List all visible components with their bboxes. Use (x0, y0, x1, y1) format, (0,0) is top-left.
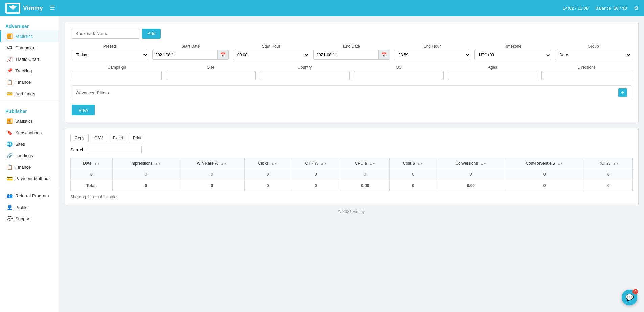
advertiser-section-label: Advertiser (0, 20, 59, 30)
end-date-wrap: 📅 (313, 50, 390, 60)
col-conversions-label: Conversions (455, 161, 478, 166)
table-total-row: Total: 0 0 0 0 0.00 0 0.00 0 0 (71, 180, 633, 191)
print-button[interactable]: Print (129, 134, 146, 142)
sidebar-item-tracking[interactable]: 📌 Tracking (0, 65, 59, 76)
sidebar-item-finance-pub[interactable]: 📋 Finance (0, 161, 59, 173)
cell-cost: 0 (389, 169, 437, 180)
finance-pub-icon: 📋 (6, 164, 13, 170)
sidebar-item-landings[interactable]: 🔗 Landings (0, 150, 59, 161)
advanced-filters-plus-button[interactable]: + (618, 88, 627, 97)
sidebar-item-profile[interactable]: 👤 Profile (0, 201, 59, 213)
campaign-filters-row: Campaign Site Country OS Ages (72, 65, 631, 80)
end-date-group: End Date 📅 (313, 44, 390, 60)
total-ctr: 0 (291, 180, 341, 191)
directions-group: Directions (541, 65, 631, 80)
traffic-chart-icon: 📈 (6, 56, 13, 62)
ages-input[interactable] (448, 71, 538, 80)
col-win-rate[interactable]: Win Rate % ▲▼ (179, 158, 245, 169)
sidebar-item-traffic-chart[interactable]: 📈 Traffic Chart (0, 53, 59, 65)
sites-icon: 🌐 (6, 141, 13, 147)
referral-icon: 👥 (6, 193, 13, 198)
advanced-filters-bar[interactable]: Advanced Filters + (72, 85, 631, 100)
logo-box (5, 3, 20, 14)
ages-label: Ages (448, 65, 538, 70)
add-bookmark-button[interactable]: Add (142, 29, 161, 39)
sidebar-item-add-funds[interactable]: 💳 Add funds (0, 88, 59, 99)
col-conv-revenue[interactable]: ConvRevenue $ ▲▼ (505, 158, 584, 169)
subscriptions-icon: 🔖 (6, 130, 13, 135)
timezone-label: Timezone (474, 44, 551, 49)
sort-icons-cost: ▲▼ (417, 162, 423, 165)
site-group: Site (166, 65, 256, 80)
col-impressions[interactable]: Impressions ▲▼ (113, 158, 179, 169)
search-label: Search: (70, 147, 86, 152)
end-date-calendar-icon[interactable]: 📅 (378, 50, 390, 59)
sidebar-item-finance-adv[interactable]: 📋 Finance (0, 76, 59, 88)
col-ctr[interactable]: CTR % ▲▼ (291, 158, 341, 169)
bookmark-name-input[interactable] (72, 29, 139, 39)
excel-button[interactable]: Excel (109, 134, 127, 142)
app-body: Advertiser 📶 Statistics 🏷 Campaigns 📈 Tr… (0, 16, 644, 312)
campaign-input[interactable] (72, 71, 162, 80)
end-date-input[interactable] (314, 51, 378, 59)
bookmark-row: Add (72, 29, 631, 39)
copy-button[interactable]: Copy (70, 134, 89, 142)
settings-icon[interactable]: ⚙ (634, 5, 639, 11)
start-date-calendar-icon[interactable]: 📅 (217, 50, 228, 59)
group-select[interactable]: Date Campaign Site (555, 50, 631, 60)
col-roi[interactable]: ROI % ▲▼ (584, 158, 633, 169)
logo-text: Vimmy (23, 5, 43, 12)
footer: © 2021 Vimmy (65, 205, 639, 218)
hamburger-button[interactable]: ☰ (50, 4, 55, 12)
table-header-row: Date ▲▼ Impressions ▲▼ Win Rate % ▲▼ C (71, 158, 633, 169)
os-input[interactable] (354, 71, 444, 80)
col-cpc[interactable]: CPC $ ▲▼ (341, 158, 389, 169)
col-clicks[interactable]: Clicks ▲▼ (245, 158, 291, 169)
sidebar-item-payment-methods[interactable]: 💳 Payment Methods (0, 173, 59, 184)
sidebar-item-referral[interactable]: 👥 Referral Program (0, 190, 59, 201)
group-label: Group (555, 44, 631, 49)
sidebar-item-sites[interactable]: 🌐 Sites (0, 138, 59, 150)
col-cost[interactable]: Cost $ ▲▼ (389, 158, 437, 169)
presets-select[interactable]: Today Yesterday Last 7 Days This Month (72, 50, 148, 60)
table-row: 0 0 0 0 0 0 0 0 0 0 (71, 169, 633, 180)
showing-text: Showing 1 to 1 of 1 entries (70, 195, 633, 199)
site-input[interactable] (166, 71, 256, 80)
start-hour-select[interactable]: 00:00 (233, 50, 309, 60)
directions-input[interactable] (541, 71, 631, 80)
sidebar-item-pub-statistics[interactable]: 📶 Statistics (0, 115, 59, 127)
advanced-filters-label: Advanced Filters (76, 90, 109, 95)
timezone-select[interactable]: UTC+03 (474, 50, 551, 60)
main-content: Add Presets Today Yesterday Last 7 Days … (59, 16, 644, 312)
sidebar-item-support[interactable]: 💬 Support (0, 213, 59, 224)
presets-group: Presets Today Yesterday Last 7 Days This… (72, 44, 148, 60)
col-conversions[interactable]: Conversions ▲▼ (437, 158, 505, 169)
campaign-group: Campaign (72, 65, 162, 80)
col-cpc-label: CPC $ (355, 161, 367, 166)
end-hour-select[interactable]: 23:59 (394, 50, 470, 60)
directions-label: Directions (541, 65, 631, 70)
country-input[interactable] (260, 71, 350, 80)
sidebar-item-statistics[interactable]: 📶 Statistics (0, 30, 59, 42)
col-cost-label: Cost $ (403, 161, 415, 166)
group-group: Group Date Campaign Site (555, 44, 631, 60)
sidebar-item-label: Payment Methods (15, 176, 51, 181)
chat-bubble[interactable]: 💬 2 (622, 290, 637, 305)
search-input[interactable] (88, 146, 142, 154)
start-date-input[interactable] (153, 51, 217, 59)
sidebar-item-label: Traffic Chart (15, 57, 39, 62)
sidebar-item-campaigns[interactable]: 🏷 Campaigns (0, 42, 59, 53)
col-clicks-label: Clicks (258, 161, 269, 166)
profile-icon: 👤 (6, 205, 13, 210)
site-label: Site (166, 65, 256, 70)
sidebar-item-subscriptions[interactable]: 🔖 Subscriptions (0, 127, 59, 138)
table-toolbar: Copy CSV Excel Print (70, 134, 633, 142)
table-body: 0 0 0 0 0 0 0 0 0 0 Total: 0 0 (71, 169, 633, 191)
sidebar-item-label: Finance (15, 165, 31, 170)
cell-date: 0 (71, 169, 113, 180)
col-date[interactable]: Date ▲▼ (71, 158, 113, 169)
csv-button[interactable]: CSV (90, 134, 107, 142)
sidebar-divider (0, 102, 59, 102)
view-button[interactable]: View (72, 105, 95, 115)
country-label: Country (260, 65, 350, 70)
